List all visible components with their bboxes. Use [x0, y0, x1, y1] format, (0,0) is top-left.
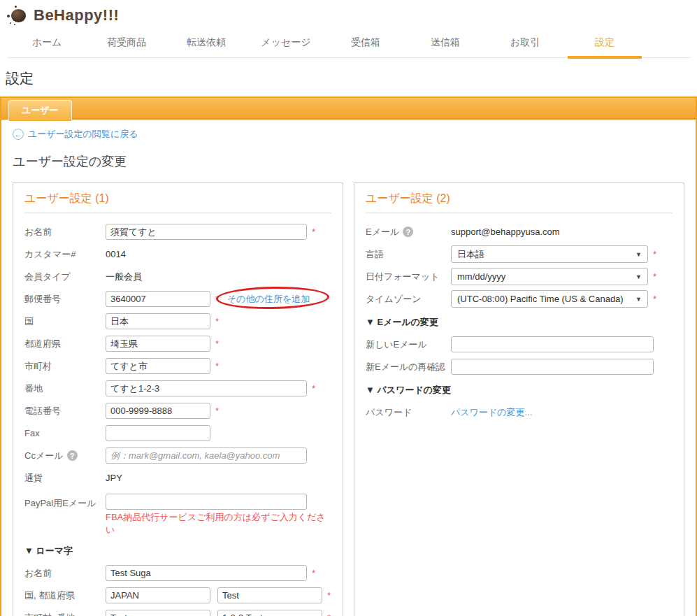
cc-mail-row: Ccメール ? [24, 447, 331, 464]
chevron-down-icon: ▼ [635, 273, 642, 280]
customer-number-row: カスタマー# 0014 [24, 245, 331, 263]
street-label: 番地 [24, 382, 106, 395]
country-input[interactable] [106, 313, 210, 329]
cc-mail-input[interactable] [106, 447, 307, 464]
date-format-select[interactable]: mm/dd/yyyy ▼ [451, 268, 648, 285]
new-email-input[interactable] [451, 336, 654, 352]
nav-item-messages[interactable]: メッセージ [246, 29, 326, 57]
nav-item-received-items[interactable]: 荷受商品 [87, 29, 166, 57]
date-format-selected-value: mm/dd/yyyy [457, 271, 505, 282]
email-change-section-header: ▼ Eメールの変更 [366, 316, 673, 329]
street-input[interactable] [106, 380, 307, 396]
language-selected-value: 日本語 [457, 248, 484, 261]
city-row: 市町村 * [24, 357, 331, 375]
romaji-prefecture-input[interactable] [217, 587, 322, 603]
prefecture-row: 都道府県 * [24, 335, 331, 352]
romaji-street-input[interactable] [217, 610, 322, 616]
back-arrow-icon: ← [13, 129, 24, 140]
change-password-link[interactable]: パスワードの変更... [451, 406, 532, 419]
required-asterisk: * [327, 590, 331, 601]
timezone-label: タイムゾーン [366, 293, 451, 306]
member-type-label: 会員タイプ [24, 271, 106, 283]
currency-value: JPY [106, 473, 122, 483]
timezone-selected-value: (UTC-08:00) Pacific Time (US & Canada) [457, 294, 624, 304]
user-settings-panel-2: ユーザー設定 (2) Eメール ? support@behappyusa.com… [354, 182, 684, 616]
language-select[interactable]: 日本語 ▼ [451, 245, 648, 263]
city-input[interactable] [106, 358, 210, 374]
paypal-label: PayPal用Eメール [24, 494, 106, 510]
romaji-name-row: お名前 * [24, 564, 331, 582]
required-asterisk: * [653, 249, 656, 259]
zip-label: 郵便番号 [24, 293, 106, 306]
customer-number-label: カスタマー# [24, 248, 106, 261]
phone-row: 電話番号 * [24, 402, 331, 420]
email-label: Eメール ? [366, 226, 451, 238]
romaji-country-pref-label: 国, 都道府県 [24, 589, 106, 602]
brand-logo[interactable]: BeHappy!!! [7, 6, 690, 25]
new-email-row: 新しいEメール [366, 336, 673, 353]
street-row: 番地 * [24, 380, 331, 397]
phone-input[interactable] [106, 403, 210, 419]
required-asterisk: * [312, 383, 315, 394]
nav-item-outbox[interactable]: 送信箱 [405, 29, 485, 57]
section-title: ユーザー設定の変更 [13, 153, 684, 170]
member-type-row: 会員タイプ 一般会員 [24, 268, 331, 285]
phone-label: 電話番号 [24, 405, 106, 417]
add-address-link[interactable]: その他の住所を追加 [227, 294, 310, 304]
required-asterisk: * [653, 294, 656, 304]
fax-input[interactable] [106, 425, 210, 441]
settings-container: ユーザー ← ユーザー設定の閲覧に戻る ユーザー設定の変更 ユーザー設定 (1)… [0, 96, 697, 616]
currency-row: 通貨 JPY [24, 469, 331, 487]
name-row: お名前 * [24, 223, 331, 241]
required-asterisk: * [215, 316, 219, 327]
romaji-city-input[interactable] [106, 610, 210, 616]
back-link-label: ユーザー設定の閲覧に戻る [28, 128, 138, 141]
required-asterisk: * [215, 361, 219, 371]
help-icon[interactable]: ? [403, 227, 413, 237]
nav-item-settings[interactable]: 設定 [565, 29, 645, 57]
cc-mail-label: Ccメール ? [24, 450, 106, 462]
zip-row: 郵便番号 * その他の住所を追加 [24, 290, 331, 308]
chevron-down-icon: ▼ [635, 251, 642, 258]
romaji-section-header: ▼ ローマ字 [24, 545, 331, 557]
zip-input[interactable] [106, 291, 210, 307]
app-header: BeHappy!!! ホーム 荷受商品 転送依頼 メッセージ 受信箱 送信箱 お… [0, 0, 697, 58]
tab-strip: ユーザー [1, 98, 696, 120]
back-to-settings-link[interactable]: ← ユーザー設定の閲覧に戻る [13, 128, 138, 141]
romaji-country-pref-row: 国, 都道府県 * [24, 587, 331, 604]
customer-number-value: 0014 [106, 249, 126, 259]
romaji-city-street-row: 市町村, 番地 * [24, 609, 331, 616]
paypal-email-input[interactable] [106, 494, 307, 510]
confirm-email-label: 新Eメールの再確認 [366, 361, 451, 373]
confirm-email-input[interactable] [451, 359, 654, 375]
name-input[interactable] [106, 224, 307, 240]
romaji-name-input[interactable] [106, 565, 307, 581]
panel1-title: ユーザー設定 (1) [24, 192, 331, 213]
tab-user[interactable]: ユーザー [8, 100, 72, 121]
required-asterisk: * [327, 613, 331, 616]
nav-item-home[interactable]: ホーム [7, 29, 87, 57]
nav-item-transactions[interactable]: お取引 [485, 29, 565, 57]
romaji-country-input[interactable] [106, 587, 210, 603]
password-row: パスワード パスワードの変更... [366, 403, 673, 421]
date-format-row: 日付フォーマット mm/dd/yyyy ▼ * [366, 268, 673, 285]
city-label: 市町村 [24, 360, 106, 373]
required-asterisk: * [215, 406, 219, 416]
required-asterisk: * [653, 271, 656, 282]
fax-label: Fax [24, 428, 106, 438]
language-label: 言語 [366, 248, 451, 261]
nav-item-inbox[interactable]: 受信箱 [326, 29, 405, 57]
timezone-select[interactable]: (UTC-08:00) Pacific Time (US & Canada) ▼ [451, 290, 648, 308]
prefecture-label: 都道府県 [24, 338, 106, 350]
timezone-row: タイムゾーン (UTC-08:00) Pacific Time (US & Ca… [366, 290, 673, 308]
help-icon[interactable]: ? [67, 450, 78, 461]
nav-item-forward-request[interactable]: 転送依頼 [166, 29, 246, 57]
romaji-name-label: お名前 [24, 567, 106, 580]
password-label: パスワード [366, 406, 451, 419]
country-label: 国 [24, 315, 106, 328]
email-row: Eメール ? support@behappyusa.com [366, 223, 673, 241]
date-format-label: 日付フォーマット [366, 271, 451, 283]
password-change-section-header: ▼ パスワードの変更 [366, 384, 673, 396]
prefecture-input[interactable] [106, 336, 210, 352]
main-nav: ホーム 荷受商品 転送依頼 メッセージ 受信箱 送信箱 お取引 設定 [7, 29, 690, 58]
